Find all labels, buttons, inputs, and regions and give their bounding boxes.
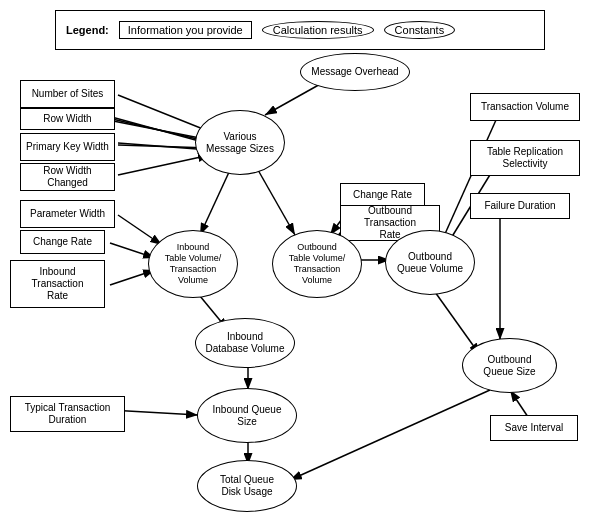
total-queue-disk-usage-node: Total Queue Disk Usage <box>197 460 297 512</box>
svg-line-25 <box>290 390 490 480</box>
svg-line-10 <box>110 270 155 285</box>
message-overhead-node: Message Overhead <box>300 53 410 91</box>
svg-line-12 <box>200 170 230 235</box>
svg-line-13 <box>258 170 295 235</box>
inbound-database-volume-node: Inbound Database Volume <box>195 318 295 368</box>
legend-box: Legend: Information you provide Calculat… <box>55 10 545 50</box>
svg-line-20 <box>430 285 480 355</box>
legend-ellipse-item: Calculation results <box>262 21 374 39</box>
transaction-volume-node: Transaction Volume <box>470 93 580 121</box>
outbound-queue-size-node: Outbound Queue Size <box>462 338 557 393</box>
row-width-node: Row Width <box>20 108 115 130</box>
svg-line-16 <box>440 120 496 245</box>
typical-transaction-duration-node: Typical Transaction Duration <box>10 396 125 432</box>
row-width-changed-node: Row Width Changed <box>20 163 115 191</box>
legend-label: Legend: <box>66 24 109 36</box>
inbound-queue-size-node: Inbound Queue Size <box>197 388 297 443</box>
various-message-sizes-node: Various Message Sizes <box>195 110 285 175</box>
outbound-queue-volume-node: Outbound Queue Volume <box>385 230 475 295</box>
number-of-sites-node: Number of Sites <box>20 80 115 108</box>
diagram-container: Legend: Information you provide Calculat… <box>0 0 613 521</box>
save-interval-node: Save Interval <box>490 415 578 441</box>
outbound-table-volume-node: Outbound Table Volume/ Transaction Volum… <box>272 230 362 298</box>
svg-line-7 <box>118 155 210 175</box>
legend-rect-item: Information you provide <box>119 21 252 39</box>
inbound-table-volume-node: Inbound Table Volume/ Transaction Volume <box>148 230 238 298</box>
failure-duration-node: Failure Duration <box>470 193 570 219</box>
inbound-transaction-rate-node: Inbound Transaction Rate <box>10 260 105 308</box>
primary-key-width-node: Primary Key Width <box>20 133 115 161</box>
change-rate-left-node: Change Rate <box>20 230 105 254</box>
legend-constant-item: Constants <box>384 21 456 39</box>
change-rate-right-node: Change Rate <box>340 183 425 207</box>
svg-line-8 <box>118 215 162 245</box>
table-replication-selectivity-node: Table Replication Selectivity <box>470 140 580 176</box>
parameter-width-node: Parameter Width <box>20 200 115 228</box>
